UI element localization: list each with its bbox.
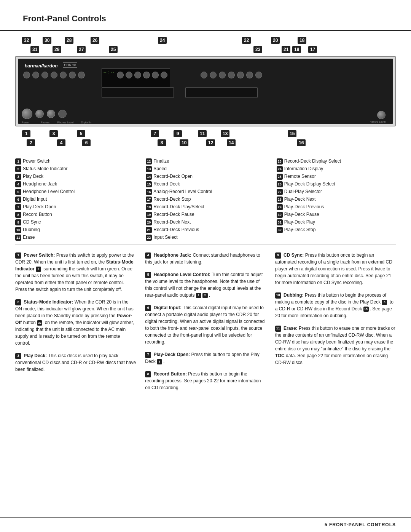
list-item-3: 3 Play Deck	[15, 173, 134, 180]
list-item-22: 22 Input Select	[146, 234, 265, 241]
num-23: 23	[277, 158, 283, 165]
num-12: 12	[146, 158, 152, 165]
label-16: Analog-Record Level Control	[153, 189, 212, 195]
num-32: 32	[277, 227, 283, 233]
top-btn-row-right	[201, 72, 262, 78]
top-btn-row-center	[117, 72, 167, 78]
list-item-24: 24 Information Display	[277, 166, 396, 172]
desc-block-8: 8 Record Button: Press this button to be…	[145, 371, 266, 391]
num-9: 9	[15, 219, 21, 225]
desc-title-10: Dubbing:	[284, 292, 304, 298]
diagram-wrapper: 32 30 28 26 24 22 20 18 31 29 27 25 23 2…	[15, 35, 396, 148]
device-brand: harman/kardon	[25, 63, 58, 69]
ctrl-btn-c3	[134, 72, 141, 78]
num-badge-16: 16	[297, 139, 306, 146]
label-28: Play-Deck Next	[284, 196, 316, 203]
num-19: 19	[146, 212, 152, 218]
num-badge-23: 23	[253, 46, 262, 53]
label-6: Digital Input	[23, 196, 47, 203]
list-item-26: 26 Play-Deck Display Select	[277, 181, 396, 187]
num-badge-9: 9	[174, 130, 182, 137]
list-item-30: 30 Play-Deck Pause	[277, 211, 396, 218]
diagram-area: 32 30 28 26 24 22 20 18 31 29 27 25 23 2…	[0, 31, 411, 148]
num-badge-1: 1	[22, 130, 30, 137]
num-5: 5	[15, 189, 21, 195]
label-26: Play-Deck Display Select	[284, 181, 335, 187]
num-7: 7	[15, 204, 21, 210]
num-24: 24	[277, 166, 283, 172]
label-9: CD Sync	[23, 219, 41, 225]
play-deck-tray	[102, 87, 174, 98]
label-12: Finalize	[153, 158, 169, 165]
list-item-7: 7 Play-Deck Open	[15, 204, 134, 210]
num-15: 15	[146, 181, 152, 187]
list-item-29: 29 Play-Deck Previous	[277, 204, 396, 210]
num-2: 2	[15, 166, 21, 172]
ctrl-btn-r7	[255, 72, 262, 78]
label-21: Record-Deck Previous	[153, 227, 199, 233]
num-list-col-3: 23 Record-Deck Display Select 24 Informa…	[277, 158, 396, 241]
ref-num-2a: 2	[202, 293, 208, 298]
desc-block-6: 6 Digital Input: This coaxial digital in…	[145, 304, 266, 345]
label-3: Play Deck	[23, 173, 43, 180]
num-30: 30	[277, 212, 283, 218]
label-31: Play-Deck Play	[284, 219, 315, 225]
list-item-21: 21 Record-Deck Previous	[146, 227, 265, 233]
num-badge-2: 2	[27, 139, 35, 146]
content-area: 1 Power Switch 2 Status-Mode Indicator 3…	[0, 148, 411, 517]
label-14: Record-Deck Open	[153, 173, 193, 180]
ref-num-2: 2	[36, 267, 41, 272]
num-1: 1	[15, 158, 21, 165]
desc-block-1: 1 Power Switch: Press this switch to app…	[15, 252, 136, 293]
list-item-15: 15 Record Deck	[146, 181, 265, 187]
ctrl-btn-r3	[219, 72, 226, 78]
ctrl-btn-3	[41, 72, 48, 78]
num-11: 11	[15, 235, 21, 241]
label-phones: Phones	[41, 121, 50, 124]
num-13: 13	[146, 166, 152, 172]
label-27: Dual-Play Selector	[284, 189, 322, 195]
desc-title-11: Erase:	[284, 326, 298, 331]
page-container: Front-Panel Controls 32 30 28 26 24 22 2…	[0, 0, 411, 532]
desc-col-1: 1 Power Switch: Press this switch to app…	[15, 252, 136, 391]
label-20: Record-Deck Next	[153, 219, 191, 225]
ref-num-1a: 1	[196, 293, 201, 298]
num-3: 3	[15, 174, 21, 180]
num-badge-28: 28	[65, 37, 73, 44]
ctrl-btn-5	[60, 72, 67, 78]
list-item-20: 20 Record-Deck Next	[146, 219, 265, 225]
num-badge-18: 18	[298, 37, 306, 44]
list-item-17: 17 Record-Deck Stop	[146, 196, 265, 203]
desc-title-7: Play-Deck Open:	[154, 352, 190, 357]
ctrl-btn-r1	[201, 72, 207, 78]
num-16: 16	[146, 189, 152, 195]
list-item-27: 27 Dual-Play Selector	[277, 189, 396, 195]
num-10: 10	[15, 227, 21, 233]
list-item-19: 19 Record-Deck Pause	[146, 211, 265, 218]
desc-num-8: 8	[145, 371, 151, 377]
desc-block-10: 10 Dubbing: Press this button to begin t…	[275, 292, 396, 319]
num-badge-32: 32	[22, 37, 31, 44]
num-26: 26	[277, 181, 283, 187]
desc-col-2: 4 Headphone Jack: Connect standard headp…	[145, 252, 266, 391]
desc-num-9: 9	[275, 252, 281, 259]
desc-block-11: 11 Erase: Press this button to erase one…	[275, 325, 396, 366]
num-6: 6	[15, 197, 21, 203]
list-item-5: 5 Headphone Level Control	[15, 189, 134, 195]
ctrl-btn-c6	[161, 72, 167, 78]
ref-num-3a: 3	[157, 359, 162, 364]
desc-title-5: Headphone Level Control:	[154, 272, 210, 277]
record-deck-tray	[185, 87, 258, 98]
footer-text: 5 FRONT-PANEL CONTROLS	[325, 522, 396, 527]
desc-num-5: 5	[145, 272, 151, 278]
digital-input-btn	[58, 110, 67, 118]
num-badge-25: 25	[109, 46, 118, 53]
ctrl-btn-4	[51, 72, 57, 78]
desc-num-4: 4	[145, 252, 151, 259]
desc-num-1: 1	[15, 252, 21, 259]
desc-col-3: 9 CD Sync: Press this button once to beg…	[275, 252, 396, 391]
list-item-9: 9 CD Sync	[15, 219, 134, 225]
num-badge-30: 30	[43, 37, 51, 44]
num-27: 27	[277, 189, 283, 195]
num-badge-15: 15	[288, 130, 296, 137]
